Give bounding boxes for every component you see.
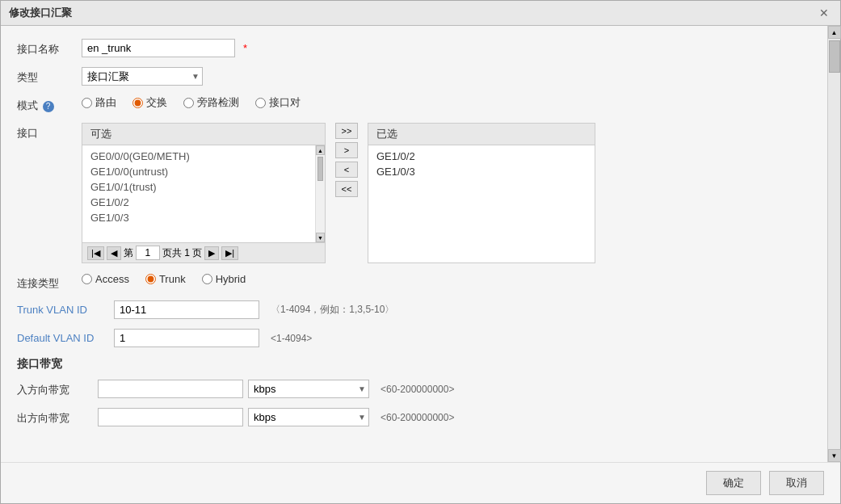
default-vlan-hint: <1-4094> xyxy=(271,333,312,344)
mode-row: 模式 ? 路由 交换 xyxy=(17,95,811,113)
trunk-vlan-hint: 〈1-4094，例如：1,3,5-10〉 xyxy=(271,303,394,317)
close-button[interactable]: ✕ xyxy=(816,6,832,19)
inbound-control: kbps Mbps ▼ <60-200000000> xyxy=(98,380,811,398)
connection-type-row: 连接类型 Access Trunk Hybrid xyxy=(17,273,811,291)
type-row: 类型 接口汇聚 ▼ xyxy=(17,67,811,86)
available-header: 可选 xyxy=(82,124,325,145)
scroll-track xyxy=(316,183,325,233)
mode-radio-group: 路由 交换 旁路检测 接口对 xyxy=(82,95,301,110)
conn-hybrid-radio[interactable] xyxy=(202,274,212,284)
conn-access-radio[interactable] xyxy=(82,274,92,284)
dialog: 修改接口汇聚 ✕ 接口名称 * 类型 接口汇聚 xyxy=(0,0,841,504)
required-indicator: * xyxy=(243,42,247,54)
main-scrollbar[interactable]: ▲ ▼ xyxy=(827,26,840,462)
mode-pair[interactable]: 接口对 xyxy=(255,95,301,110)
last-page-btn[interactable]: ▶| xyxy=(221,246,238,260)
type-select[interactable]: 接口汇聚 xyxy=(82,67,203,86)
selected-interface-box: 已选 GE1/0/2 GE1/0/3 xyxy=(368,123,595,263)
interface-name-label: 接口名称 xyxy=(17,39,82,57)
transfer-right-btn[interactable]: > xyxy=(335,142,358,158)
scroll-down-btn[interactable]: ▼ xyxy=(316,233,325,242)
connection-type-control: Access Trunk Hybrid xyxy=(82,273,811,285)
scroll-thumb[interactable] xyxy=(317,157,323,181)
default-vlan-input[interactable] xyxy=(114,329,259,347)
mode-routing[interactable]: 路由 xyxy=(82,95,116,110)
mode-bypass-radio[interactable] xyxy=(183,98,194,108)
cancel-button[interactable]: 取消 xyxy=(769,471,824,495)
first-page-btn[interactable]: |◀ xyxy=(87,246,104,260)
list-item[interactable]: GE1/0/3 xyxy=(87,210,310,225)
available-list: GE0/0/0(GE0/METH) GE1/0/0(untrust) GE1/0… xyxy=(82,145,325,242)
list-item[interactable]: GE0/0/0(GE0/METH) xyxy=(87,149,310,164)
mode-switching-radio[interactable] xyxy=(132,98,143,108)
transfer-all-left-btn[interactable]: << xyxy=(335,181,358,197)
interface-row: 接口 可选 GE0/0/0(GE0/METH) GE1/0/0(untrust) xyxy=(17,123,811,263)
available-interface-box: 可选 GE0/0/0(GE0/METH) GE1/0/0(untrust) GE… xyxy=(82,123,326,263)
default-vlan-row: Default VLAN ID <1-4094> xyxy=(17,329,811,347)
mode-pair-label: 接口对 xyxy=(269,95,301,110)
list-item[interactable]: GE1/0/2 xyxy=(87,195,310,210)
transfer-buttons: >> > < << xyxy=(332,123,361,197)
mode-routing-radio[interactable] xyxy=(82,98,92,108)
mode-control: 路由 交换 旁路检测 接口对 xyxy=(82,95,811,110)
outbound-input[interactable] xyxy=(98,408,243,426)
prev-page-btn[interactable]: ◀ xyxy=(107,246,121,260)
conn-access-label: Access xyxy=(95,273,129,285)
outbound-hint: <60-200000000> xyxy=(381,412,454,423)
titlebar: 修改接口汇聚 ✕ xyxy=(1,1,840,26)
page-prefix: 第 xyxy=(124,246,133,260)
next-page-btn[interactable]: ▶ xyxy=(204,246,219,260)
inbound-input[interactable] xyxy=(98,380,243,398)
interface-name-control: * xyxy=(82,39,811,57)
inbound-unit-wrapper: kbps Mbps ▼ xyxy=(248,380,369,398)
mode-help-icon[interactable]: ? xyxy=(43,101,54,112)
main-scroll-thumb[interactable] xyxy=(829,40,840,73)
available-scrollbar[interactable]: ▲ ▼ xyxy=(315,145,325,242)
mode-switching[interactable]: 交换 xyxy=(132,95,167,110)
mode-bypass[interactable]: 旁路检测 xyxy=(183,95,239,110)
type-select-wrapper: 接口汇聚 ▼ xyxy=(82,67,203,86)
selected-list: GE1/0/2 GE1/0/3 xyxy=(368,145,595,262)
inbound-label: 入方向带宽 xyxy=(17,380,98,397)
dialog-content: 接口名称 * 类型 接口汇聚 ▼ xyxy=(1,26,827,462)
list-item[interactable]: GE1/0/3 xyxy=(373,164,590,179)
page-total: 页共 1 页 xyxy=(162,246,202,260)
interface-label: 接口 xyxy=(17,123,82,141)
transfer-left-btn[interactable]: < xyxy=(335,162,358,178)
mode-routing-label: 路由 xyxy=(95,95,116,110)
trunk-vlan-input[interactable] xyxy=(114,300,259,319)
default-vlan-control: <1-4094> xyxy=(114,329,811,347)
dialog-title: 修改接口汇聚 xyxy=(9,6,72,20)
inbound-hint: <60-200000000> xyxy=(381,384,454,395)
pagination: |◀ ◀ 第 页共 1 页 ▶ ▶| xyxy=(82,242,325,262)
scroll-up-btn[interactable]: ▲ xyxy=(316,145,325,155)
interface-section: 可选 GE0/0/0(GE0/METH) GE1/0/0(untrust) GE… xyxy=(82,123,595,263)
mode-bypass-label: 旁路检测 xyxy=(197,95,239,110)
transfer-all-right-btn[interactable]: >> xyxy=(335,123,358,139)
mode-switching-label: 交换 xyxy=(146,95,167,110)
interface-name-input[interactable] xyxy=(82,39,235,57)
inbound-unit-select[interactable]: kbps Mbps xyxy=(248,380,369,398)
main-scroll-down[interactable]: ▼ xyxy=(828,449,841,462)
conn-access[interactable]: Access xyxy=(82,273,129,285)
outbound-unit-select[interactable]: kbps Mbps xyxy=(248,408,369,426)
conn-hybrid[interactable]: Hybrid xyxy=(202,273,246,285)
conn-trunk-radio[interactable] xyxy=(145,274,156,284)
list-item[interactable]: GE1/0/0(untrust) xyxy=(87,164,310,179)
confirm-button[interactable]: 确定 xyxy=(706,471,761,495)
conn-trunk-label: Trunk xyxy=(159,273,186,285)
page-input[interactable] xyxy=(136,246,160,260)
interface-control: 可选 GE0/0/0(GE0/METH) GE1/0/0(untrust) GE… xyxy=(82,123,811,263)
available-box: 可选 GE0/0/0(GE0/METH) GE1/0/0(untrust) GE… xyxy=(82,123,326,263)
trunk-vlan-row: Trunk VLAN ID 〈1-4094，例如：1,3,5-10〉 xyxy=(17,300,811,319)
outbound-label: 出方向带宽 xyxy=(17,408,98,426)
outbound-bw-row: 出方向带宽 kbps Mbps ▼ <60-200000000> xyxy=(17,408,811,426)
mode-label: 模式 ? xyxy=(17,95,82,113)
list-item[interactable]: GE1/0/1(trust) xyxy=(87,179,310,195)
conn-trunk[interactable]: Trunk xyxy=(145,273,186,285)
mode-pair-radio[interactable] xyxy=(255,98,266,108)
dialog-footer: 确定 取消 xyxy=(1,462,840,503)
list-item[interactable]: GE1/0/2 xyxy=(373,149,590,164)
main-scroll-up[interactable]: ▲ xyxy=(828,26,841,39)
trunk-vlan-control: 〈1-4094，例如：1,3,5-10〉 xyxy=(114,300,811,319)
